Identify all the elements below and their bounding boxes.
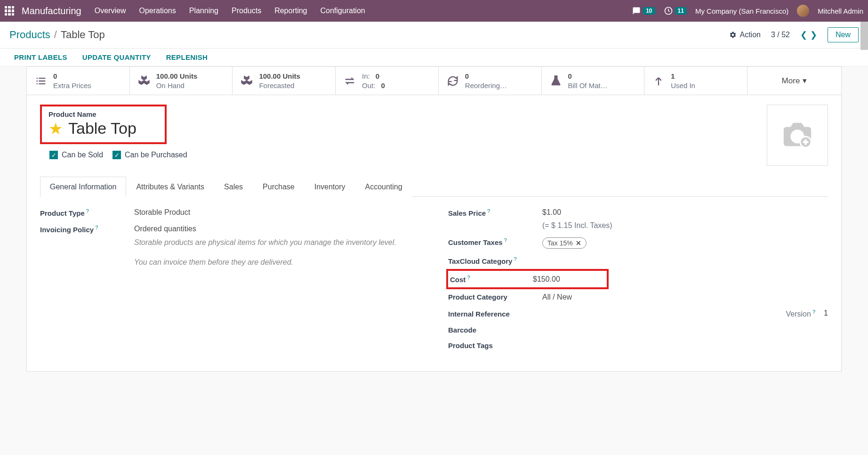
internal-ref-label: Internal Reference <box>448 310 533 318</box>
nav-operations[interactable]: Operations <box>139 7 176 15</box>
update-quantity-button[interactable]: UPDATE QUANTITY <box>82 53 151 61</box>
stat-label: Extra Prices <box>53 81 91 90</box>
nav-overview[interactable]: Overview <box>95 7 126 15</box>
product-category-value[interactable]: All / New <box>542 293 572 301</box>
chat-icon <box>632 7 641 15</box>
out-value: 0 <box>381 81 385 89</box>
remove-tag-icon[interactable]: ✕ <box>576 239 581 247</box>
in-label: In: <box>362 72 370 80</box>
company-selector[interactable]: My Company (San Francisco) <box>695 7 788 15</box>
stat-in-out[interactable]: In:0 Out:0 <box>336 67 439 95</box>
nav-reporting[interactable]: Reporting <box>274 7 307 15</box>
new-button[interactable]: New <box>828 27 859 42</box>
more-label: More <box>782 76 800 86</box>
invoicing-policy-label: Invoicing Policy ? <box>40 225 125 234</box>
barcode-label: Barcode <box>448 326 533 334</box>
boxes-icon <box>137 74 151 88</box>
topbar-right: 10 11 My Company (San Francisco) Mitchel… <box>632 5 863 17</box>
taxcloud-label: TaxCloud Category ? <box>448 256 533 265</box>
cost-highlight: Cost ? $150.00 <box>446 269 609 289</box>
messages-button[interactable]: 10 <box>632 7 655 15</box>
stat-value: 0 <box>568 72 608 81</box>
nav-products[interactable]: Products <box>232 7 261 15</box>
help-icon[interactable]: ? <box>486 208 490 214</box>
stat-used-in[interactable]: 1Used In <box>644 67 747 95</box>
stat-extra-prices[interactable]: 0Extra Prices <box>27 67 130 95</box>
favorite-star-icon[interactable]: ★ <box>48 121 63 137</box>
can-be-purchased-checkbox[interactable]: ✓Can be Purchased <box>113 151 187 159</box>
control-bar: Products / Table Top Action 3 / 52 ❮ ❯ N… <box>0 22 868 49</box>
help-icon[interactable]: ? <box>466 275 470 280</box>
tax-tag[interactable]: Tax 15%✕ <box>542 237 587 249</box>
sales-price-label: Sales Price ? <box>448 208 533 217</box>
left-column: Product Type ? Storable Product Invoicin… <box>40 208 420 357</box>
flask-icon <box>549 74 563 88</box>
top-navbar: Manufacturing Overview Operations Planni… <box>0 0 868 22</box>
breadcrumb: Products / Table Top <box>9 29 105 41</box>
avatar[interactable] <box>797 5 809 17</box>
product-name-input[interactable]: Table Top <box>68 119 137 138</box>
help-icon[interactable]: ? <box>512 256 516 262</box>
sales-price-value[interactable]: $1.00 <box>542 208 612 217</box>
help-icon[interactable]: ? <box>503 237 507 243</box>
help-icon[interactable]: ? <box>85 208 89 214</box>
customer-taxes-label: Customer Taxes ? <box>448 237 533 246</box>
replenish-button[interactable]: REPLENISH <box>166 53 208 61</box>
stat-label: Bill Of Mat… <box>568 81 608 90</box>
stat-on-hand[interactable]: 100.00 UnitsOn Hand <box>130 67 233 95</box>
cost-value[interactable]: $150.00 <box>533 275 560 284</box>
nav-planning[interactable]: Planning <box>189 7 218 15</box>
tab-sales[interactable]: Sales <box>214 177 253 197</box>
breadcrumb-sep: / <box>54 29 57 41</box>
username[interactable]: Mitchell Admin <box>818 7 863 15</box>
product-type-value[interactable]: Storable Product <box>134 208 190 217</box>
stat-row: 0Extra Prices 100.00 UnitsOn Hand 100.00… <box>26 66 842 95</box>
tab-general-info[interactable]: General Information <box>40 177 126 197</box>
check-label: Can be Purchased <box>125 151 187 159</box>
app-brand[interactable]: Manufacturing <box>22 6 81 16</box>
pager[interactable]: 3 / 52 <box>771 31 790 39</box>
list-icon <box>34 74 48 88</box>
product-name-label: Product Name <box>48 110 137 118</box>
tab-attributes[interactable]: Attributes & Variants <box>126 177 214 197</box>
nav-configuration[interactable]: Configuration <box>321 7 365 15</box>
help-icon[interactable]: ? <box>94 225 98 230</box>
activities-badge: 11 <box>675 7 687 15</box>
nav-menu: Overview Operations Planning Products Re… <box>95 7 632 15</box>
messages-badge: 10 <box>643 7 655 15</box>
out-label: Out: <box>362 81 375 89</box>
stat-reordering[interactable]: 0Reordering… <box>439 67 542 95</box>
scrollbar[interactable] <box>860 22 868 50</box>
stat-bom[interactable]: 0Bill Of Mat… <box>542 67 645 95</box>
stat-label: Forecasted <box>259 81 300 90</box>
product-image-upload[interactable] <box>767 105 828 166</box>
action-row: PRINT LABELS UPDATE QUANTITY REPLENISH <box>0 49 868 66</box>
activities-button[interactable]: 11 <box>664 6 687 16</box>
tab-inventory[interactable]: Inventory <box>305 177 355 197</box>
check-label: Can be Sold <box>62 151 103 159</box>
in-value: 0 <box>376 72 379 80</box>
apps-icon[interactable] <box>5 6 14 16</box>
tabs: General Information Attributes & Variant… <box>40 176 828 197</box>
stat-more[interactable]: More ▾ <box>747 67 841 95</box>
breadcrumb-parent[interactable]: Products <box>9 29 50 41</box>
pager-next[interactable]: ❯ <box>810 30 817 40</box>
print-labels-button[interactable]: PRINT LABELS <box>14 53 67 61</box>
breadcrumb-current: Table Top <box>61 29 105 41</box>
product-tags-label: Product Tags <box>448 341 533 349</box>
action-menu[interactable]: Action <box>729 31 760 39</box>
can-be-sold-checkbox[interactable]: ✓Can be Sold <box>49 151 103 159</box>
tab-accounting[interactable]: Accounting <box>355 177 412 197</box>
stat-label: On Hand <box>156 81 198 90</box>
description-text: Storable products are physical items for… <box>134 237 415 248</box>
invoicing-policy-value[interactable]: Ordered quantities <box>134 225 415 233</box>
tab-purchase[interactable]: Purchase <box>253 177 305 197</box>
stat-forecasted[interactable]: 100.00 UnitsForecasted <box>233 67 336 95</box>
right-column: Sales Price ? $1.00 (= $ 1.15 Incl. Taxe… <box>448 208 828 357</box>
help-icon[interactable]: ? <box>811 309 815 315</box>
description-text: You can invoice them before they are del… <box>134 257 415 268</box>
pager-prev[interactable]: ❮ <box>800 30 807 40</box>
product-name-highlight: Product Name ★ Table Top <box>40 105 167 144</box>
version-label: Version ? <box>786 309 816 318</box>
product-type-label: Product Type ? <box>40 208 125 217</box>
